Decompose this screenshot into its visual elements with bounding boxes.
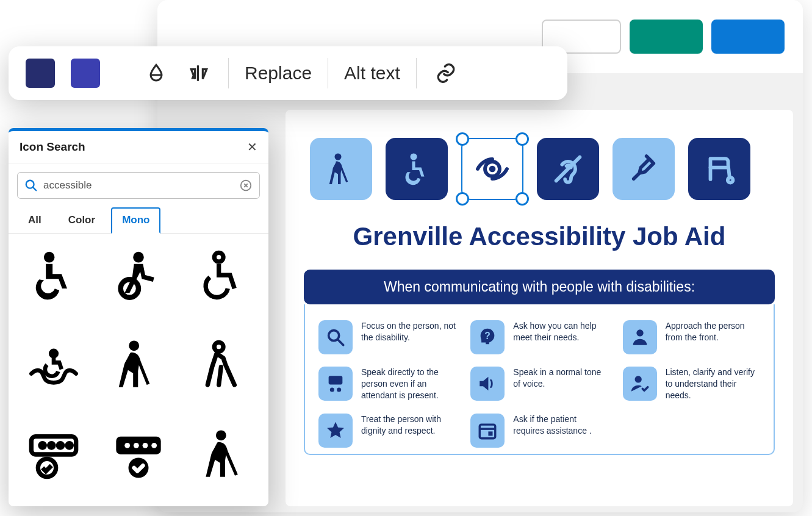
svg-point-23: [44, 252, 55, 263]
tab-all[interactable]: All: [17, 207, 52, 233]
selection-handle[interactable]: [456, 192, 469, 206]
svg-point-39: [143, 443, 148, 448]
cane-walk-outline-icon[interactable]: [193, 334, 254, 395]
tip-item[interactable]: ?Ask how you can help meet their needs.: [470, 320, 608, 354]
svg-point-28: [129, 340, 139, 351]
document-title[interactable]: Grenville Accessibility Job Aid: [286, 222, 793, 251]
color-swatch-1[interactable]: [26, 59, 55, 88]
tip-text: Ask how you can help meet their needs.: [513, 320, 608, 343]
toolbar-divider: [328, 58, 328, 88]
svg-point-34: [67, 443, 71, 448]
svg-point-12: [337, 387, 341, 392]
tip-item[interactable]: Listen, clarify and verify to understand…: [623, 367, 760, 401]
toolbar-divider: [228, 58, 229, 88]
low-vision-icon[interactable]: [461, 138, 523, 200]
svg-point-29: [214, 342, 223, 351]
svg-point-9: [636, 329, 643, 336]
tip-text: Speak in a normal tone of voice.: [513, 367, 608, 390]
tip-item[interactable]: Treat the person with dignity and respec…: [318, 414, 456, 448]
selection-handle[interactable]: [456, 132, 469, 146]
flip-icon[interactable]: [185, 60, 212, 87]
svg-rect-14: [480, 425, 496, 439]
svg-point-13: [634, 376, 641, 382]
svg-point-37: [124, 443, 130, 448]
tab-color[interactable]: Color: [57, 207, 106, 233]
svg-point-11: [330, 387, 334, 392]
wheelchair-outline-icon[interactable]: [193, 245, 254, 306]
tip-item[interactable]: Ask if the patient requires assistance .: [470, 414, 608, 448]
tip-text: Speak directly to the person even if an …: [361, 367, 456, 401]
person-check-icon: [623, 367, 657, 401]
icon-search-panel: Icon Search ✕ All Color Mono: [9, 128, 268, 506]
svg-point-0: [335, 154, 342, 160]
header-button-green[interactable]: [630, 20, 703, 54]
speak-direct-icon: [318, 367, 353, 401]
magnifier-icon: [318, 320, 353, 354]
password-check-solid-icon[interactable]: [108, 424, 169, 485]
svg-point-5: [728, 177, 733, 183]
svg-text:?: ?: [485, 331, 491, 341]
tip-text: Ask if the patient requires assistance .: [513, 414, 608, 437]
clear-icon[interactable]: [239, 179, 253, 192]
wheelchair-person-icon[interactable]: [108, 245, 169, 306]
search-input[interactable]: [17, 172, 260, 199]
color-swatch-2[interactable]: [71, 59, 100, 88]
cane-walk-alt-icon[interactable]: [193, 424, 254, 485]
icon-search-tabs: All Color Mono: [9, 205, 268, 234]
tip-item[interactable]: Speak in a normal tone of voice.: [470, 367, 608, 401]
selection-handle[interactable]: [516, 132, 529, 146]
svg-point-38: [134, 443, 139, 448]
svg-line-7: [338, 340, 343, 345]
tip-item[interactable]: Approach the person from the front.: [623, 320, 760, 354]
svg-point-33: [59, 443, 63, 448]
deaf-icon[interactable]: [537, 138, 599, 200]
cane-walk-solid-icon[interactable]: [108, 334, 169, 395]
svg-rect-10: [329, 376, 343, 384]
replace-button[interactable]: Replace: [245, 63, 312, 84]
svg-point-42: [216, 430, 226, 440]
blind-person-icon[interactable]: [310, 138, 372, 200]
icon-search-header: Icon Search ✕: [9, 131, 268, 163]
star-icon: [318, 414, 353, 448]
svg-point-24: [133, 252, 144, 263]
wheelchair-icon[interactable]: [386, 138, 448, 200]
tips-container: Focus on the person, not the disability.…: [304, 304, 775, 455]
tab-mono[interactable]: Mono: [111, 207, 160, 234]
person-front-icon: [623, 320, 657, 354]
svg-point-40: [151, 443, 157, 448]
alt-text-button[interactable]: Alt text: [344, 63, 400, 84]
tip-text: Approach the person from the front.: [666, 320, 760, 343]
calendar-icon: [470, 414, 505, 448]
design-canvas[interactable]: Grenville Accessibility Job Aid When com…: [286, 110, 793, 506]
section-banner[interactable]: When communicating with people with disa…: [304, 270, 775, 304]
icon-search-field: [17, 172, 260, 199]
svg-point-1: [411, 154, 417, 160]
tip-text: Focus on the person, not the disability.: [361, 320, 456, 343]
walker-icon[interactable]: [688, 138, 750, 200]
link-icon[interactable]: [433, 60, 459, 87]
tip-item[interactable]: Speak directly to the person even if an …: [318, 367, 456, 401]
icon-search-title: Icon Search: [20, 140, 85, 154]
toolbar-divider: [416, 58, 417, 88]
svg-point-18: [26, 181, 34, 188]
crutch-icon[interactable]: [613, 138, 675, 200]
password-check-outline-icon[interactable]: [23, 424, 84, 485]
speaker-icon: [470, 367, 505, 401]
tip-text: Treat the person with dignity and respec…: [361, 414, 456, 437]
svg-point-26: [214, 253, 223, 262]
accessible-hands-icon[interactable]: [23, 334, 84, 395]
search-icon: [24, 179, 38, 192]
close-icon[interactable]: ✕: [247, 140, 257, 154]
svg-rect-16: [489, 431, 493, 435]
icon-results-grid: [9, 234, 268, 506]
svg-point-3: [489, 166, 496, 173]
tip-item[interactable]: Focus on the person, not the disability.: [318, 320, 456, 354]
wheelchair-solid-icon[interactable]: [23, 245, 84, 306]
header-button-blue[interactable]: [711, 20, 785, 54]
opacity-icon[interactable]: [143, 60, 170, 87]
svg-point-27: [51, 351, 57, 357]
svg-line-19: [34, 188, 37, 191]
selection-handle[interactable]: [516, 192, 529, 206]
svg-point-31: [40, 443, 45, 448]
tip-text: Listen, clarify and verify to understand…: [666, 367, 760, 401]
